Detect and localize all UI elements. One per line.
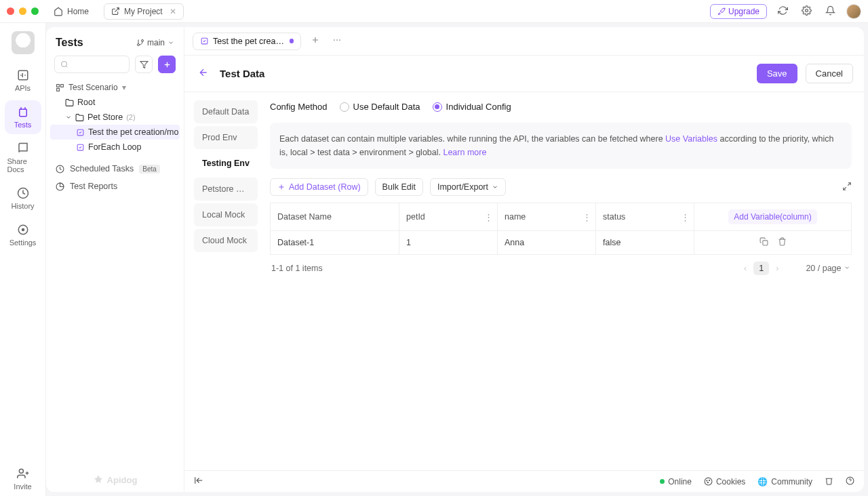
bulk-edit-button[interactable]: Bulk Edit [375,178,423,196]
cookies-label: Cookies [716,477,745,487]
maximize-window-button[interactable] [31,7,39,15]
bell-icon[interactable] [823,3,838,20]
import-export-button[interactable]: Import/Export [430,178,506,196]
collapse-icon [194,476,203,485]
tree: Root Pet Store (2) Test the pet creation… [46,95,184,154]
branch-name: main [147,38,165,47]
env-prod[interactable]: Prod Env [194,126,258,149]
status-cookies[interactable]: Cookies [704,477,745,487]
new-tab-button[interactable] [308,33,323,49]
close-tab-icon[interactable]: ✕ [170,7,176,16]
copy-icon [760,237,768,246]
column-menu-icon[interactable]: ⋮ [583,212,591,222]
add-dataset-button[interactable]: Add Dataset (Row) [270,178,368,196]
table-toolbar: Add Dataset (Row) Bulk Edit Import/Expor… [270,178,852,196]
close-window-button[interactable] [7,7,14,15]
main-panel: Test the pet creation/ Test Data Save Ca… [184,27,864,492]
cell-name[interactable]: Anna [498,231,596,255]
copy-row-button[interactable] [760,237,768,248]
window-controls [7,7,39,15]
expand-icon [842,182,852,191]
tree-item-foreach-loop[interactable]: ForEach Loop [46,140,184,154]
minimize-window-button[interactable] [19,7,26,15]
help-button[interactable] [846,476,854,487]
tests-icon [17,106,29,118]
filter-button[interactable] [135,56,153,73]
back-button[interactable] [195,64,212,83]
cell-status[interactable]: false [596,231,694,255]
radio-use-default-data[interactable]: Use Default Data [340,102,420,112]
globe-icon: 🌐 [757,477,768,487]
tree-root[interactable]: Root [46,95,184,110]
environment-list: Default Data Prod Env Testing Env Petsto… [184,92,258,470]
column-menu-icon[interactable]: ⋮ [681,212,690,222]
pager-current[interactable]: 1 [753,262,769,275]
nav-invite[interactable]: Invite [5,462,41,496]
add-variable-button[interactable]: Add Variable(column) [728,209,817,224]
tree-item-test-pet-creation[interactable]: Test the pet creation/mo [50,125,180,140]
env-petstore[interactable]: Petstore Env [194,178,258,201]
save-button[interactable]: Save [757,64,797,83]
user-avatar[interactable] [846,4,861,19]
add-button[interactable] [158,56,176,73]
search-input[interactable] [54,56,130,73]
radio-individual-config[interactable]: Individual Config [433,102,511,112]
env-cloud-mock[interactable]: Cloud Mock [194,229,258,252]
nav-history[interactable]: History [5,182,41,215]
cell-dataset-name[interactable]: Dataset-1 [271,231,399,255]
expand-button[interactable] [842,182,852,193]
branch-selector[interactable]: main [136,38,174,47]
cell-petid[interactable]: 1 [399,231,498,255]
svg-point-0 [806,9,808,12]
delete-row-button[interactable] [778,237,787,248]
pager-next[interactable]: › [776,264,778,273]
tree-folder-petstore[interactable]: Pet Store (2) [46,110,184,125]
pager-perpage[interactable]: 20 / page [806,264,850,273]
radio-circle-checked [433,102,442,112]
sidebar-test-reports[interactable]: Test Reports [56,178,174,195]
learn-more-link[interactable]: Learn more [443,148,486,157]
env-local-mock[interactable]: Local Mock [194,203,258,226]
table-row[interactable]: Dataset-1 1 Anna false [271,231,852,255]
pager-prev[interactable]: ‹ [744,264,747,273]
section-test-scenario[interactable]: Test Scenario ▾ [46,80,184,95]
workspace-avatar[interactable] [12,31,35,54]
column-menu-icon[interactable]: ⋮ [484,212,493,222]
external-link-icon [111,7,120,16]
svg-point-5 [19,469,23,473]
refresh-icon[interactable] [775,3,791,20]
home-button[interactable]: Home [47,4,96,19]
radio-label: Individual Config [446,102,511,112]
pagination: 1-1 of 1 items ‹ 1 › 20 / page [270,255,852,282]
project-tab[interactable]: My Project ✕ [104,3,184,20]
trash-button[interactable] [825,476,833,487]
cancel-button[interactable]: Cancel [806,64,853,83]
col-dataset-name: Dataset Name [271,203,399,231]
tab-label: Test the pet creation/ [213,37,285,46]
svg-point-7 [141,40,143,42]
nav-settings[interactable]: Settings [5,218,41,252]
section-label: Test Scenario [68,83,118,92]
collapse-sidebar-button[interactable] [194,476,203,487]
sidebar: Tests main Test Scenario ▾ Root [46,27,184,492]
upgrade-button[interactable]: Upgrade [710,4,767,19]
scheduled-label: Scheduled Tasks [70,164,134,173]
svg-point-8 [137,44,139,46]
env-default-data[interactable]: Default Data [194,100,258,123]
svg-point-9 [62,62,67,67]
tree-folder-label: Pet Store [87,112,123,122]
tab-more-button[interactable] [330,33,344,49]
nav-apis[interactable]: APIs [5,64,41,98]
scenario-icon [56,83,64,92]
tab-test-pet-creation[interactable]: Test the pet creation/ [193,33,301,50]
env-testing[interactable]: Testing Env [194,152,258,175]
tree-folder-count: (2) [126,113,135,121]
sidebar-scheduled-tasks[interactable]: Scheduled Tasks Beta [56,160,174,178]
tree-item-label: ForEach Loop [88,142,142,152]
status-online[interactable]: Online [660,477,692,487]
status-community[interactable]: 🌐Community [757,477,812,487]
nav-tests[interactable]: Tests [5,100,41,134]
use-variables-link[interactable]: Use Variables [665,134,717,144]
settings-icon[interactable] [799,3,814,20]
nav-share-docs[interactable]: Share Docs [5,137,41,179]
